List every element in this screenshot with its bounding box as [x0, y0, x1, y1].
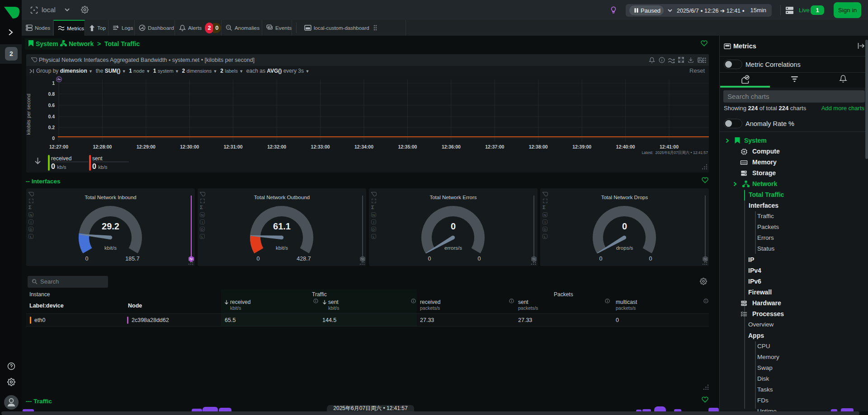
svg-text:0.6: 0.6: [48, 103, 55, 108]
svg-text:12:31:00: 12:31:00: [224, 144, 243, 149]
svg-text:kilobits per second: kilobits per second: [26, 93, 31, 135]
svg-text:12:34:00: 12:34:00: [354, 144, 373, 149]
svg-text:1: 1: [52, 80, 55, 86]
svg-text:12:30:00: 12:30:00: [180, 144, 199, 149]
svg-text:12:39:00: 12:39:00: [572, 144, 591, 149]
svg-text:12:29:00: 12:29:00: [137, 144, 156, 149]
svg-text:0.2: 0.2: [48, 125, 55, 130]
svg-text:12:41:00: 12:41:00: [660, 144, 679, 149]
svg-text:0: 0: [52, 135, 55, 141]
svg-text:0.4: 0.4: [48, 114, 55, 119]
svg-text:12:36:00: 12:36:00: [442, 144, 461, 149]
svg-text:12:37:00: 12:37:00: [485, 144, 504, 149]
svg-text:0.8: 0.8: [48, 91, 55, 97]
svg-text:12:35:00: 12:35:00: [398, 144, 417, 149]
svg-text:12:33:00: 12:33:00: [311, 144, 330, 149]
svg-text:12:28:00: 12:28:00: [93, 144, 112, 149]
svg-text:12:27:00: 12:27:00: [49, 144, 68, 149]
svg-text:12:40:00: 12:40:00: [616, 144, 635, 149]
svg-text:Latest: 2025年6月07日周六 • 12:41:: Latest: 2025年6月07日周六 • 12:41:57: [642, 150, 708, 155]
svg-text:12:38:00: 12:38:00: [529, 144, 548, 149]
svg-text:12:32:00: 12:32:00: [267, 144, 286, 149]
